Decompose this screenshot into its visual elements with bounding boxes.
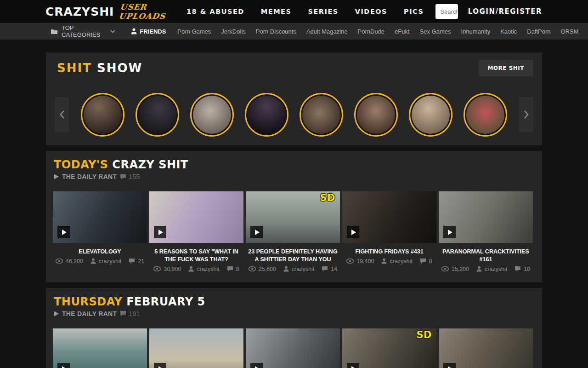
daily-rant-link[interactable]: THE DAILY RANT 191 [54, 310, 535, 317]
nav-series[interactable]: SERIES [308, 8, 338, 15]
chevron-left-icon [59, 110, 65, 119]
friend-link[interactable]: PornDude [353, 28, 390, 35]
views-count: 19,400 [356, 258, 374, 264]
video-title[interactable]: 23 PEOPLE DEFINITELY HAVING A SHITTIER D… [246, 248, 340, 264]
friend-links: Porn Games JerkDolls Porn Discounts Adul… [172, 28, 588, 35]
video-thumbnail[interactable]: SD [342, 328, 436, 368]
video-thumbnail[interactable] [53, 328, 147, 368]
play-icon [154, 226, 166, 238]
author-name[interactable]: crazyshit [99, 258, 121, 264]
section-title: TODAY'S CRAZY SHIT [54, 158, 535, 171]
section-title: THURSDAY FEBRUARY 5 [54, 295, 535, 308]
friend-link[interactable]: JerkDolls [216, 28, 250, 35]
play-icon [347, 226, 359, 238]
daily-rant-link[interactable]: THE DAILY RANT 155 [54, 173, 535, 180]
todays-cards-row: ELEVATOLOGY 46,200 crazyshit 21 5 REASON… [46, 180, 542, 282]
friend-link[interactable]: Kaotic [495, 28, 522, 35]
main-content: SHIT SHOW MORE SHIT [46, 52, 542, 368]
comment-count: 10 [524, 266, 530, 272]
carousel-next-button[interactable] [519, 97, 533, 132]
friend-link[interactable]: Adult Magazine [301, 28, 353, 35]
nav-videos[interactable]: VIDEOS [355, 8, 387, 15]
friend-link[interactable]: Inhumanity [456, 28, 496, 35]
nav-pics[interactable]: PICS [404, 8, 424, 15]
secondary-nav: TOP CATEGORIES FRIENDS Porn Games JerkDo… [0, 23, 588, 40]
video-thumbnail[interactable]: SD [246, 191, 340, 243]
play-icon [57, 363, 70, 368]
video-card: PARANORMAL CRACKTIVITIES #161 15,200 cra… [439, 191, 533, 272]
video-card: SD 23 PEOPLE DEFINITELY HAVING A SHITTIE… [246, 191, 340, 272]
carousel-thumb[interactable] [464, 93, 507, 137]
comment-count: 21 [138, 258, 144, 264]
friend-link[interactable]: Porn Discounts [251, 28, 301, 35]
play-icon [54, 174, 59, 179]
rant-comment-count: 191 [120, 310, 140, 317]
video-card [439, 328, 533, 368]
carousel-thumb[interactable] [81, 93, 124, 137]
folder-icon [51, 29, 58, 34]
shit-show-panel: SHIT SHOW MORE SHIT [46, 52, 542, 145]
rant-comment-count: 155 [120, 173, 140, 180]
shit-show-title: SHIT SHOW [57, 61, 142, 75]
friends-link[interactable]: FRIENDS [131, 28, 166, 35]
todays-section: TODAY'S CRAZY SHIT THE DAILY RANT 155 EL… [46, 151, 542, 282]
daily-rant-label: THE DAILY RANT [62, 173, 117, 180]
video-thumbnail[interactable] [342, 191, 436, 243]
author-name[interactable]: crazyshit [292, 266, 314, 272]
carousel-thumb[interactable] [354, 93, 398, 137]
logo-tagline: USER UPLOADS [119, 2, 168, 21]
carousel-thumb[interactable] [300, 93, 343, 137]
views-count: 30,900 [164, 266, 181, 272]
views-icon [249, 266, 256, 271]
search-input[interactable] [435, 4, 458, 19]
main-nav: 18 & ABUSED MEMES SERIES VIDEOS PICS [187, 8, 424, 15]
site-logo[interactable]: CRAZYSHI [45, 5, 114, 18]
friend-link[interactable]: Existenz [584, 28, 588, 35]
video-thumbnail[interactable] [149, 191, 243, 243]
author-name[interactable]: crazyshit [485, 266, 507, 272]
author-name[interactable]: crazyshit [197, 266, 219, 272]
carousel-thumb[interactable] [190, 93, 234, 137]
carousel-prev-button[interactable] [55, 97, 69, 132]
video-title[interactable]: 5 REASONS TO SAY "WHAT IN THE FUCK WAS T… [149, 248, 243, 264]
author-icon [283, 266, 289, 272]
video-thumbnail[interactable] [439, 191, 533, 243]
login-register-link[interactable]: LOGIN/REGISTER [468, 7, 542, 16]
todays-header: TODAY'S CRAZY SHIT THE DAILY RANT 155 [46, 151, 542, 180]
video-thumbnail[interactable] [439, 328, 533, 368]
nav-memes[interactable]: MEMES [261, 8, 292, 15]
carousel-thumb[interactable] [409, 93, 452, 137]
friend-link[interactable]: ORSM [556, 28, 584, 35]
carousel-thumb[interactable] [245, 93, 288, 137]
thursday-header: THURSDAY FEBRUARY 5 THE DAILY RANT 191 [46, 288, 542, 317]
friend-link[interactable]: DaftPorn [522, 28, 555, 35]
video-card: ELEVATOLOGY 46,200 crazyshit 21 [53, 191, 147, 272]
daily-rant-label: THE DAILY RANT [62, 310, 117, 317]
nav-18-abused[interactable]: 18 & ABUSED [187, 8, 244, 15]
video-title[interactable]: FIGHTING FRIDAYS #431 [342, 248, 436, 256]
shit-show-header: SHIT SHOW MORE SHIT [46, 52, 542, 84]
video-thumbnail[interactable] [246, 328, 340, 368]
video-stats: 25,600 crazyshit 14 [246, 266, 340, 272]
more-shit-button[interactable]: MORE SHIT [479, 60, 533, 76]
comment-icon [120, 174, 126, 180]
video-thumbnail[interactable] [149, 328, 243, 368]
comment-icon [120, 310, 126, 316]
friend-link[interactable]: eFukt [390, 28, 415, 35]
author-name[interactable]: crazyshit [390, 258, 412, 264]
top-categories-dropdown[interactable]: TOP CATEGORIES [51, 24, 115, 38]
play-icon [154, 363, 166, 368]
video-title[interactable]: PARANORMAL CRACKTIVITIES #161 [439, 248, 533, 264]
chevron-down-icon [110, 30, 115, 33]
carousel-thumb[interactable] [136, 93, 179, 137]
friend-link[interactable]: Sex Games [415, 28, 456, 35]
author-icon [476, 266, 482, 272]
video-title[interactable]: ELEVATOLOGY [53, 248, 147, 256]
video-card: FIGHTING FRIDAYS #431 19,400 crazyshit 8 [342, 191, 436, 272]
play-icon [443, 226, 456, 238]
comment-icon [420, 258, 426, 264]
friend-link[interactable]: Porn Games [172, 28, 216, 35]
video-thumbnail[interactable] [53, 191, 147, 243]
author-icon [90, 258, 96, 264]
top-categories-label: TOP CATEGORIES [62, 24, 100, 38]
